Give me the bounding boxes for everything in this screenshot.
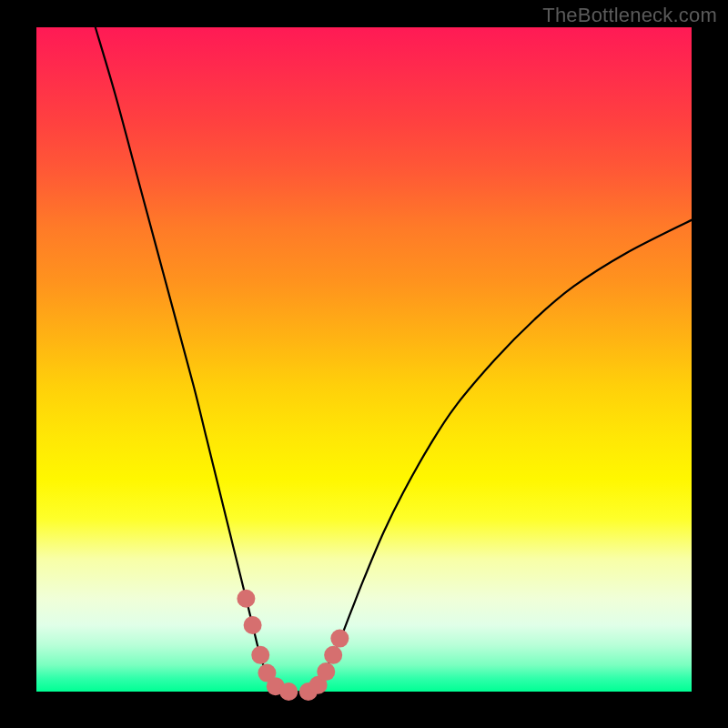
watermark-text: TheBottleneck.com	[542, 4, 717, 27]
highlight-dot	[251, 646, 269, 664]
curve-svg	[36, 27, 692, 692]
highlight-dot	[330, 630, 349, 648]
highlight-dot	[324, 646, 342, 664]
highlight-dot	[317, 662, 335, 681]
chart-container: TheBottleneck.com	[0, 0, 728, 728]
highlight-dot	[237, 590, 255, 608]
highlight-dot	[244, 616, 262, 634]
plot-area	[36, 27, 692, 692]
highlight-dot	[279, 682, 298, 701]
bottleneck-curve	[96, 27, 692, 693]
